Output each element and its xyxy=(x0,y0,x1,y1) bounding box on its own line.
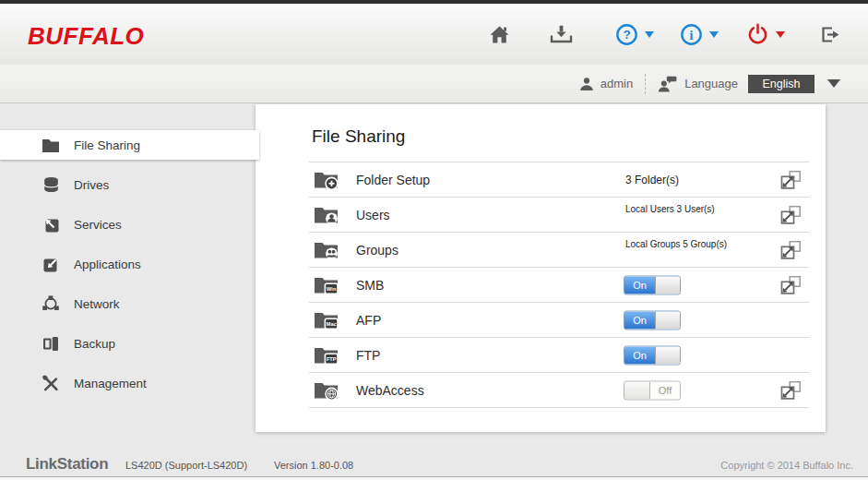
toggle-state-label: On xyxy=(624,276,655,294)
username: admin xyxy=(600,77,633,90)
window-bottom-edge xyxy=(0,476,868,480)
feature-row-folder-setup: Folder Setup3 Folder(s) xyxy=(309,162,809,198)
toggle-knob xyxy=(655,311,680,329)
sidebar-item-label: Management xyxy=(74,377,147,390)
svg-text:Win: Win xyxy=(327,286,337,292)
feature-row-webaccess: WebAccessOff xyxy=(309,373,809,408)
backup-icon xyxy=(42,335,60,353)
help-icon: ? xyxy=(615,23,638,46)
page-title: File Sharing xyxy=(312,126,405,147)
toggle-knob xyxy=(655,276,680,294)
feature-row-users: UsersLocal Users 3 User(s) xyxy=(309,198,809,233)
folder-icon xyxy=(42,137,60,154)
sidebar-item-label: Network xyxy=(74,297,120,311)
product-logo: LinkStation xyxy=(26,455,108,474)
folder-ftp-icon: FTP xyxy=(314,344,339,366)
sidebar-item-applications[interactable]: Applications xyxy=(0,249,256,279)
feature-value: 3 Folder(s) xyxy=(625,174,679,186)
feature-label: Users xyxy=(356,208,390,222)
header-nav: ?i xyxy=(490,4,839,65)
folder-win-icon: Win xyxy=(314,274,339,295)
help-button[interactable]: ? xyxy=(615,23,654,46)
header-bar: BUFFALO ?i xyxy=(0,0,868,66)
dropdown-arrow-icon[interactable] xyxy=(709,31,719,38)
feature-label: WebAccess xyxy=(356,383,424,398)
feature-label: Groups xyxy=(356,243,398,258)
applications-icon xyxy=(42,256,60,273)
open-window-icon[interactable] xyxy=(780,240,802,259)
svg-text:FTP: FTP xyxy=(327,356,337,362)
folder-group-icon xyxy=(314,239,339,260)
open-window-icon[interactable] xyxy=(780,380,802,400)
sidebar-item-services[interactable]: Services xyxy=(0,210,256,239)
webaccess-toggle[interactable]: Off xyxy=(624,380,681,400)
footer: LinkStation LS420D (Support-LS420D) Vers… xyxy=(0,450,868,477)
feature-label: AFP xyxy=(356,313,381,328)
toggle-state-label: Off xyxy=(650,381,680,399)
sidebar-item-label: Backup xyxy=(74,337,115,351)
sidebar: File SharingDrivesServicesApplicationsNe… xyxy=(0,103,256,408)
sidebar-item-network[interactable]: Network xyxy=(0,289,256,318)
download-button[interactable] xyxy=(550,25,573,43)
info-button[interactable]: i xyxy=(680,23,719,46)
info-icon: i xyxy=(680,23,703,46)
main-panel: File Sharing Folder Setup3 Folder(s)User… xyxy=(256,104,826,432)
management-icon xyxy=(42,375,60,392)
language-select[interactable]: English xyxy=(748,75,814,93)
feature-rows: Folder Setup3 Folder(s)UsersLocal Users … xyxy=(309,162,809,408)
folder-web-icon xyxy=(314,379,339,401)
language-section: Language xyxy=(658,76,738,92)
services-icon xyxy=(42,216,60,234)
folder-add-icon xyxy=(314,169,339,190)
open-window-icon[interactable] xyxy=(780,205,802,224)
open-window-icon[interactable] xyxy=(780,275,802,294)
home-button[interactable] xyxy=(490,26,509,43)
sidebar-item-drives[interactable]: Drives xyxy=(0,170,256,199)
feature-label: SMB xyxy=(356,278,384,293)
drives-icon xyxy=(42,176,60,194)
afp-toggle[interactable]: On xyxy=(624,310,681,330)
dropdown-arrow-icon[interactable] xyxy=(776,31,785,38)
copyright: Copyright © 2014 Buffalo Inc. xyxy=(720,460,853,471)
toggle-knob xyxy=(624,381,650,399)
feature-label: FTP xyxy=(356,348,380,363)
feature-row-smb: WinSMBOn xyxy=(309,268,809,303)
feature-row-groups: GroupsLocal Groups 5 Group(s) xyxy=(309,233,809,268)
user-icon xyxy=(579,77,594,91)
buffalo-logo: BUFFALO xyxy=(28,22,144,51)
sidebar-item-label: Drives xyxy=(74,178,109,192)
toggle-state-label: On xyxy=(624,346,655,364)
sidebar-item-management[interactable]: Management xyxy=(0,368,256,398)
feature-row-ftp: FTPFTPOn xyxy=(309,338,809,373)
feature-value: Local Users 3 User(s) xyxy=(625,204,715,214)
logout-icon xyxy=(820,25,839,44)
account-bar: admin Language English xyxy=(0,65,868,103)
folder-user-icon xyxy=(314,204,339,225)
firmware-version: Version 1.80-0.08 xyxy=(274,460,353,471)
ftp-toggle[interactable]: On xyxy=(624,345,681,365)
feature-label: Folder Setup xyxy=(356,173,430,187)
dropdown-arrow-icon[interactable] xyxy=(645,31,654,38)
smb-toggle[interactable]: On xyxy=(624,275,681,294)
home-icon xyxy=(490,26,509,43)
sidebar-item-label: Services xyxy=(74,218,122,232)
power-icon xyxy=(746,23,769,46)
divider xyxy=(645,74,646,94)
sidebar-item-backup[interactable]: Backup xyxy=(0,329,256,358)
toggle-knob xyxy=(655,346,680,364)
svg-text:i: i xyxy=(690,28,694,42)
sidebar-item-label: Applications xyxy=(74,258,141,271)
language-icon xyxy=(658,76,677,92)
feature-value: Local Groups 5 Group(s) xyxy=(625,239,727,249)
network-icon xyxy=(42,295,60,313)
power-button[interactable] xyxy=(746,23,785,46)
svg-text:?: ? xyxy=(623,28,630,42)
feature-row-afp: MacAFPOn xyxy=(309,303,809,338)
logout-button[interactable] xyxy=(820,25,839,44)
sidebar-item-file-sharing[interactable]: File Sharing xyxy=(0,130,259,160)
language-dropdown-arrow-icon[interactable] xyxy=(827,79,840,88)
open-window-icon[interactable] xyxy=(780,170,802,189)
account-menu[interactable]: admin xyxy=(579,77,633,91)
model-name: LS420D (Support-LS420D) xyxy=(125,460,247,471)
sidebar-item-label: File Sharing xyxy=(74,138,140,152)
